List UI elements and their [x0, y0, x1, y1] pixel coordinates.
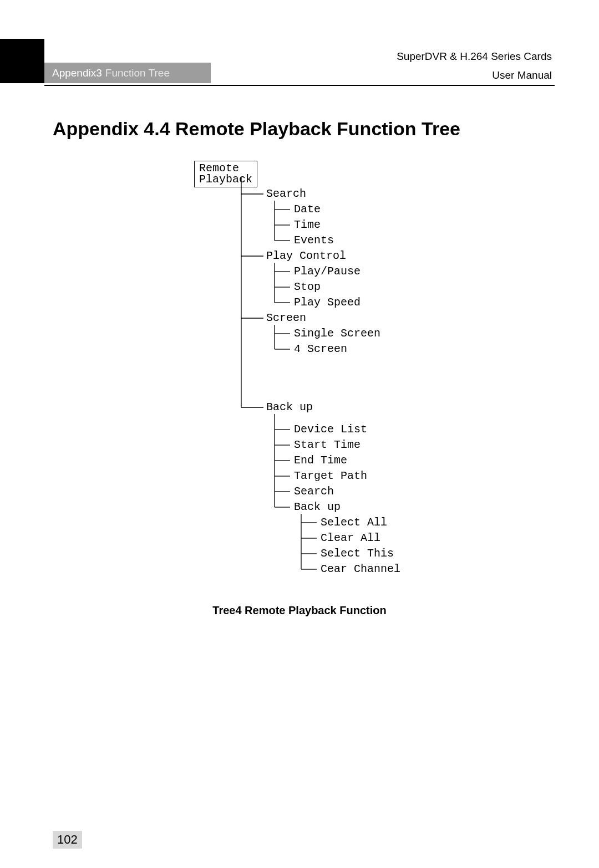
- node-device-list: Device List: [294, 424, 367, 435]
- node-screen: Screen: [266, 313, 306, 324]
- page-title: Appendix 4.4 Remote Playback Function Tr…: [53, 118, 460, 140]
- breadcrumb-section: Appendix3: [52, 67, 102, 79]
- node-stop: Stop: [294, 282, 321, 293]
- node-events: Events: [294, 235, 334, 246]
- doc-type: User Manual: [397, 66, 552, 85]
- node-clear-all: Clear All: [321, 533, 380, 544]
- header-right: SuperDVR & H.264 Series Cards User Manua…: [397, 47, 552, 85]
- node-play-pause: Play/Pause: [294, 266, 361, 277]
- node-end-time: End Time: [294, 455, 347, 466]
- node-single-screen: Single Screen: [294, 328, 380, 339]
- node-time: Time: [294, 219, 321, 231]
- node-bu-search: Search: [294, 486, 334, 497]
- product-name: SuperDVR & H.264 Series Cards: [397, 47, 552, 66]
- node-play-speed: Play Speed: [294, 297, 361, 308]
- node-backup: Back up: [266, 402, 313, 413]
- node-target-path: Target Path: [294, 471, 367, 482]
- page-number: 102: [53, 831, 82, 849]
- breadcrumb-subsection: Function Tree: [105, 67, 170, 79]
- node-bu-backup: Back up: [294, 502, 341, 513]
- node-select-all: Select All: [321, 517, 387, 528]
- node-select-this: Select This: [321, 548, 394, 559]
- figure-caption: Tree4 Remote Playback Function: [0, 604, 599, 617]
- node-search: Search: [266, 188, 306, 200]
- node-start-time: Start Time: [294, 440, 361, 451]
- breadcrumb: Appendix3 Function Tree: [44, 63, 211, 83]
- page-header: Appendix3 Function Tree SuperDVR & H.264…: [0, 39, 599, 83]
- node-play-control: Play Control: [266, 251, 346, 262]
- node-4-screen: 4 Screen: [294, 344, 347, 355]
- node-date: Date: [294, 204, 321, 215]
- node-clear-channel: Cear Channel: [321, 564, 400, 575]
- header-divider: [44, 85, 555, 86]
- header-accent-box: [0, 39, 44, 83]
